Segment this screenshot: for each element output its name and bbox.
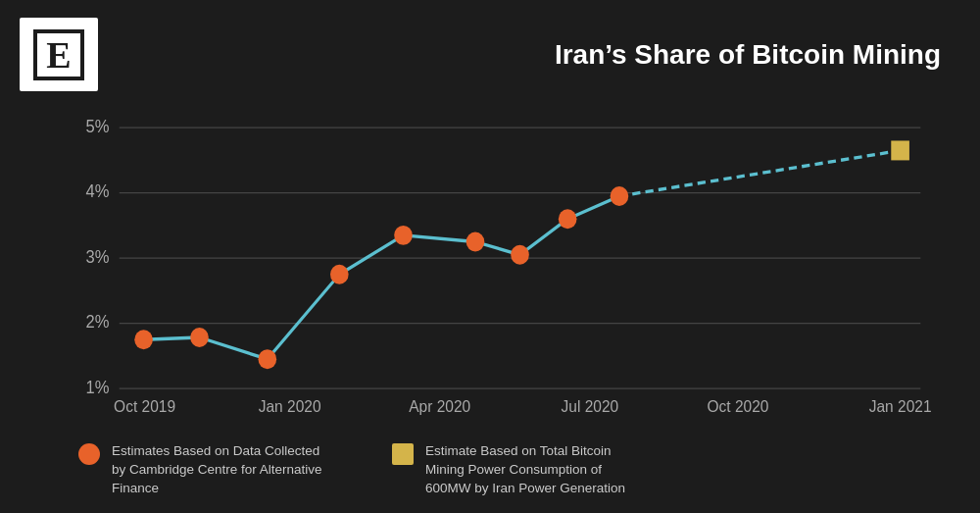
svg-text:2%: 2%: [85, 312, 109, 333]
legend-orange-label: Estimates Based on Data Collected by Cam…: [112, 442, 333, 498]
legend-yellow-label: Estimate Based on Total Bitcoin Mining P…: [425, 442, 647, 498]
data-point-orange: [394, 226, 413, 245]
svg-text:Apr 2020: Apr 2020: [409, 397, 470, 416]
logo-icon: E: [33, 29, 84, 80]
svg-text:5%: 5%: [85, 116, 109, 136]
svg-text:1%: 1%: [85, 377, 109, 397]
svg-text:4%: 4%: [85, 181, 109, 202]
legend-item-orange: Estimates Based on Data Collected by Cam…: [78, 442, 333, 498]
logo-box: E: [20, 18, 98, 91]
svg-text:Jul 2020: Jul 2020: [562, 397, 619, 416]
svg-text:Oct 2019: Oct 2019: [114, 397, 175, 416]
data-point-orange: [330, 265, 349, 284]
chart-title: Iran’s Share of Bitcoin Mining: [98, 39, 951, 71]
legend: Estimates Based on Data Collected by Cam…: [0, 431, 980, 513]
header: E Iran’s Share of Bitcoin Mining: [0, 0, 980, 96]
legend-item-yellow: Estimate Based on Total Bitcoin Mining P…: [392, 442, 647, 498]
data-point-yellow: [891, 140, 909, 160]
data-point-orange: [134, 330, 153, 349]
svg-line-16: [619, 150, 901, 196]
data-point-orange: [511, 245, 529, 265]
data-point-orange: [466, 232, 485, 252]
legend-orange-dot: [78, 443, 100, 465]
svg-text:Oct 2020: Oct 2020: [708, 397, 769, 416]
chart-svg: 5% 4% 3% 2% 1% Oct 2019 Jan 2020 Apr 202…: [69, 106, 941, 421]
data-point-orange: [611, 186, 629, 206]
svg-text:3%: 3%: [85, 246, 109, 267]
legend-yellow-dot: [392, 443, 414, 465]
chart-area: 5% 4% 3% 2% 1% Oct 2019 Jan 2020 Apr 202…: [0, 96, 980, 431]
svg-text:Jan 2021: Jan 2021: [869, 397, 932, 416]
data-point-orange: [190, 328, 209, 347]
main-container: E Iran’s Share of Bitcoin Mining 5% 4% 3…: [0, 0, 980, 513]
svg-text:Jan 2020: Jan 2020: [259, 397, 321, 416]
data-point-orange: [559, 209, 577, 229]
data-point-orange: [259, 349, 277, 369]
